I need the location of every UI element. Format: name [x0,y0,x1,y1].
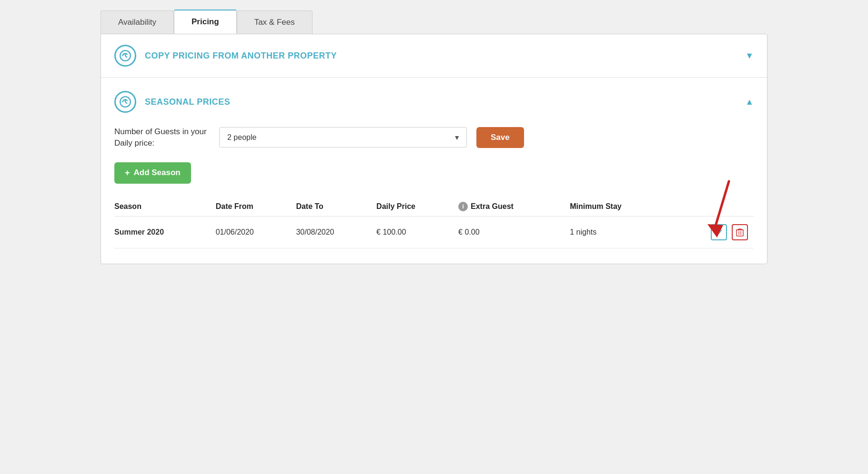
add-season-button[interactable]: + Add Season [114,162,191,184]
action-icons [675,224,748,240]
plus-icon: + [125,168,130,178]
cell-date-to: 30/08/2020 [296,216,376,248]
col-daily-price: Daily Price [376,197,458,217]
guests-select[interactable]: 1 person 2 people 3 people 4 people 5 pe… [219,127,467,148]
copy-pricing-section[interactable]: COPY PRICING FROM ANOTHER PROPERTY ▼ [101,34,767,78]
col-date-from: Date From [216,197,296,217]
season-table: Season Date From Date To Daily Price i E… [114,197,754,248]
extra-guest-info-icon[interactable]: i [458,202,468,211]
copy-pricing-header-left: COPY PRICING FROM ANOTHER PROPERTY [114,45,337,67]
main-card: COPY PRICING FROM ANOTHER PROPERTY ▼ SEA… [101,34,767,264]
col-minimum-stay: Minimum Stay [570,197,675,217]
table-container: Season Date From Date To Daily Price i E… [114,197,754,248]
tab-availability[interactable]: Availability [101,10,174,34]
seasonal-chevron: ▲ [745,97,754,107]
seasonal-header-left: SEASONAL PRICES [114,91,230,113]
seasonal-header: SEASONAL PRICES ▲ [114,91,754,113]
guests-row: Number of Guests in your Daily price: 1 … [114,126,754,149]
cell-daily-price: € 100.00 [376,216,458,248]
svg-marker-3 [707,224,723,237]
table-row: Summer 2020 01/06/2020 30/08/2020 € 100.… [114,216,754,248]
save-button[interactable]: Save [476,127,524,148]
seasonal-section: SEASONAL PRICES ▲ Number of Guests in yo… [101,78,767,264]
add-season-label: Add Season [134,168,181,178]
tabs-bar: Availability Pricing Tax & Fees [101,10,767,34]
cell-extra-guest: € 0.00 [458,216,570,248]
cell-minimum-stay: 1 nights [570,216,675,248]
col-extra-guest: i Extra Guest [458,197,570,217]
guests-select-wrapper: 1 person 2 people 3 people 4 people 5 pe… [219,127,467,148]
copy-pricing-chevron: ▼ [745,51,754,61]
page-wrapper: Availability Pricing Tax & Fees COPY PRI… [101,10,767,264]
seasonal-title: SEASONAL PRICES [145,97,230,107]
col-date-to: Date To [296,197,376,217]
cell-actions [675,216,754,248]
col-season: Season [114,197,216,217]
copy-pricing-title: COPY PRICING FROM ANOTHER PROPERTY [145,51,337,61]
cell-season-name: Summer 2020 [114,216,216,248]
seasonal-icon [114,91,136,113]
svg-line-2 [715,181,729,229]
cell-date-from: 01/06/2020 [216,216,296,248]
guests-label: Number of Guests in your Daily price: [114,126,210,149]
copy-pricing-icon [114,45,136,67]
tab-pricing[interactable]: Pricing [174,10,237,34]
red-arrow [686,177,743,238]
tab-tax-fees[interactable]: Tax & Fees [237,10,313,34]
